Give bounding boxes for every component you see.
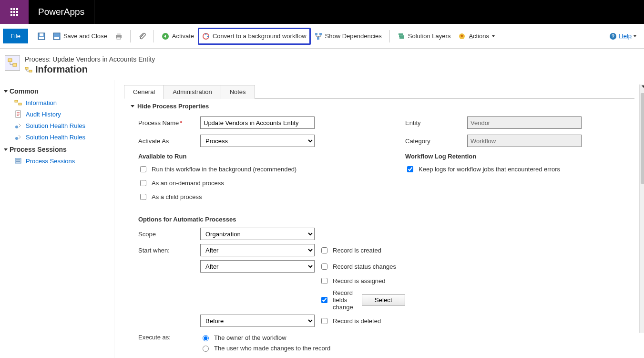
collapse-icon xyxy=(131,105,134,107)
options-title: Options for Automatic Processes xyxy=(138,216,386,223)
entity-label: Entity xyxy=(405,119,462,126)
start-when-select-1[interactable]: After xyxy=(200,244,315,256)
attach-button[interactable] xyxy=(134,29,150,44)
scope-select[interactable]: Organization xyxy=(200,228,315,240)
tab-notes[interactable]: Notes xyxy=(221,85,255,99)
info-entity-icon xyxy=(25,66,32,74)
scrollbar[interactable] xyxy=(639,84,644,333)
save-button[interactable] xyxy=(34,29,49,44)
print-icon xyxy=(115,32,123,40)
svg-rect-13 xyxy=(399,33,403,35)
print-button[interactable] xyxy=(111,29,126,44)
toolbar: File Save and Close Activate Convert to … xyxy=(0,24,644,49)
convert-workflow-button[interactable]: Convert to a background workflow xyxy=(198,28,311,45)
svg-rect-20 xyxy=(13,63,17,66)
save-and-close-button[interactable]: Save and Close xyxy=(49,29,111,44)
chk-record-deleted[interactable] xyxy=(321,318,327,324)
solution-layers-button[interactable]: Solution Layers xyxy=(394,29,455,44)
chk-background-label: Run this workflow in the background (rec… xyxy=(152,166,296,173)
file-tab[interactable]: File xyxy=(3,29,28,43)
chk-keeplogs[interactable] xyxy=(407,166,413,172)
save-close-icon xyxy=(53,32,61,40)
svg-rect-10 xyxy=(315,33,317,35)
chk-ondemand[interactable] xyxy=(140,180,146,186)
radio-owner-label: The owner of the workflow xyxy=(214,334,286,341)
collapse-icon xyxy=(4,90,8,93)
radio-owner[interactable] xyxy=(203,335,209,341)
select-fields-button[interactable]: Select xyxy=(362,295,405,305)
hide-process-properties-toggle[interactable]: Hide Process Properties xyxy=(131,103,634,110)
sidebar-item-audit-history[interactable]: Audit History xyxy=(4,108,114,120)
chk-record-fields-label: Record fields change xyxy=(333,289,353,311)
app-launcher[interactable] xyxy=(0,0,29,24)
start-when-label: Start when: xyxy=(138,247,195,254)
scope-label: Scope xyxy=(138,231,195,238)
show-deps-label: Show Dependencies xyxy=(325,32,382,40)
chevron-down-icon xyxy=(492,35,495,37)
execute-as-label: Execute as: xyxy=(138,334,195,341)
svg-point-27 xyxy=(15,137,18,140)
collapse-icon xyxy=(4,148,8,151)
category-label: Category xyxy=(405,137,462,145)
svg-rect-7 xyxy=(117,37,121,39)
chk-ondemand-label: As an on-demand process xyxy=(152,179,224,187)
health-icon xyxy=(14,122,22,129)
actions-menu[interactable]: Actions xyxy=(454,29,499,44)
activate-as-select[interactable]: Process xyxy=(200,135,315,147)
sidebar-group-common[interactable]: Common xyxy=(4,87,114,95)
convert-label: Convert to a background workflow xyxy=(213,32,307,40)
help-link[interactable]: ? Help xyxy=(609,32,636,40)
chk-background[interactable] xyxy=(140,166,146,172)
start-when-select-2[interactable]: After xyxy=(200,260,315,273)
svg-rect-4 xyxy=(54,37,59,39)
chk-keeplogs-label: Keep logs for workflow jobs that encount… xyxy=(419,166,560,173)
sidebar-item-process-sessions[interactable]: Process Sessions xyxy=(4,155,114,167)
sidebar-item-information[interactable]: Information xyxy=(4,97,114,108)
svg-rect-15 xyxy=(399,37,404,39)
activate-button[interactable]: Activate xyxy=(158,29,198,44)
svg-rect-23 xyxy=(15,100,18,102)
layers-icon xyxy=(398,32,405,40)
svg-point-26 xyxy=(15,126,18,128)
process-path: Process: Update Vendors in Accounts Enti… xyxy=(25,55,155,63)
chk-record-status[interactable] xyxy=(321,263,327,270)
chk-record-fields[interactable] xyxy=(321,297,327,303)
category-field xyxy=(467,135,582,147)
process-name-label: Process Name xyxy=(138,119,179,126)
paperclip-icon xyxy=(138,32,146,40)
sidebar-group-process-sessions[interactable]: Process Sessions xyxy=(4,146,114,153)
dependencies-icon xyxy=(315,32,322,40)
svg-rect-24 xyxy=(19,103,21,105)
convert-icon xyxy=(202,32,210,40)
scroll-thumb[interactable] xyxy=(641,93,644,184)
scroll-up-icon xyxy=(642,85,644,88)
process-name-input[interactable] xyxy=(200,116,315,129)
chk-child-label: As a child process xyxy=(152,193,202,200)
sidebar: Common Information Audit History Solutio… xyxy=(0,80,114,358)
audit-icon xyxy=(14,110,22,118)
required-indicator: * xyxy=(180,119,182,126)
help-icon: ? xyxy=(609,32,617,40)
process-entity-icon xyxy=(5,55,20,71)
activate-icon xyxy=(162,32,169,40)
start-when-select-3[interactable]: Before xyxy=(200,315,315,327)
chk-record-created[interactable] xyxy=(321,247,327,253)
chk-record-assigned-label: Record is assigned xyxy=(333,277,386,284)
show-dependencies-button[interactable]: Show Dependencies xyxy=(311,29,386,44)
page-title: Information xyxy=(35,64,88,75)
chk-child[interactable] xyxy=(140,194,146,200)
tabs: General Administration Notes xyxy=(124,84,634,99)
chk-record-assigned[interactable] xyxy=(321,278,327,284)
radio-user[interactable] xyxy=(203,346,209,352)
sidebar-item-solution-health-1[interactable]: Solution Health Rules xyxy=(4,120,114,131)
sidebar-item-solution-health-2[interactable]: Solution Health Rules xyxy=(4,131,114,143)
activate-label: Activate xyxy=(172,32,194,40)
app-title: PowerApps xyxy=(29,0,94,24)
svg-rect-28 xyxy=(15,158,21,163)
svg-rect-12 xyxy=(317,37,319,40)
svg-rect-11 xyxy=(319,33,322,35)
sessions-icon xyxy=(14,157,22,165)
available-to-run-title: Available to Run xyxy=(138,153,386,160)
tab-administration[interactable]: Administration xyxy=(164,85,221,99)
tab-general[interactable]: General xyxy=(124,85,164,99)
